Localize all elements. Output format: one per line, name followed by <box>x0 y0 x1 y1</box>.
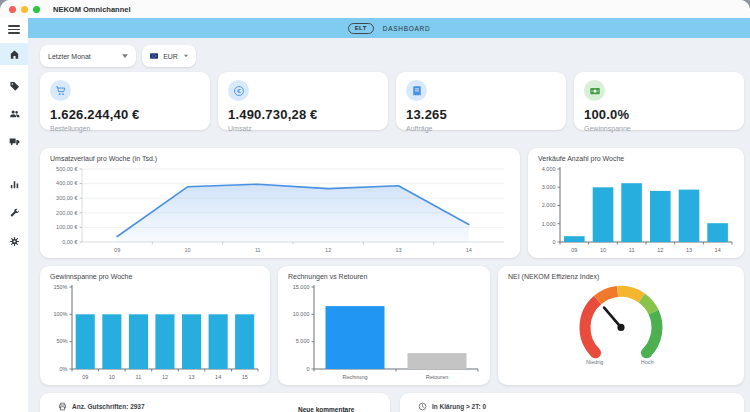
period-select[interactable]: Letzter Monat <box>40 45 136 67</box>
hamburger-menu-button[interactable] <box>8 25 20 36</box>
kpi-card-bestellungen: 1.626.244,40 € Bestellungen <box>40 72 210 130</box>
verkaeufe-bar-chart: 01.0002.0003.0004.000091011121314 <box>534 165 738 255</box>
period-select-value: Letzter Monat <box>48 53 116 60</box>
gear-icon <box>9 236 20 247</box>
kpi-label: Bestellungen <box>50 125 200 132</box>
kpi-value: 1.626.244,40 € <box>50 107 200 122</box>
svg-text:14: 14 <box>215 374 221 380</box>
svg-text:3.000: 3.000 <box>542 184 556 190</box>
invoice-icon <box>406 80 427 101</box>
svg-text:09: 09 <box>114 247 120 253</box>
neue-kommentare-label[interactable]: Neue kommentare <box>298 406 354 412</box>
klaerung-card: In Klärung > 2T: 0 <box>400 393 744 412</box>
svg-text:12: 12 <box>325 247 331 253</box>
svg-text:13: 13 <box>686 247 692 253</box>
svg-text:0%: 0% <box>60 366 68 372</box>
gutschriften-card: Anz. Gutschriften: 2937 Neue kommentare <box>40 393 390 412</box>
svg-text:400,00 €: 400,00 € <box>56 180 77 186</box>
svg-text:500,00 €: 500,00 € <box>56 166 77 172</box>
sidebar-item-reports[interactable] <box>0 173 28 195</box>
svg-text:13: 13 <box>395 247 401 253</box>
sidebar-item-tools[interactable] <box>0 202 28 224</box>
kpi-value: 100.0% <box>584 107 734 122</box>
wrench-icon <box>9 208 20 219</box>
svg-text:15: 15 <box>242 374 248 380</box>
sidebar <box>0 18 28 412</box>
klaerung-row: In Klärung > 2T: 0 <box>400 393 744 411</box>
svg-text:13: 13 <box>189 374 195 380</box>
shopping-cart-icon <box>50 80 71 101</box>
gewinnspanne-card: Gewinnspanne pro Woche 0%50%100%150%0910… <box>40 266 270 385</box>
sidebar-item-settings[interactable] <box>0 230 28 252</box>
svg-text:11: 11 <box>136 374 142 380</box>
minimize-window-button[interactable] <box>21 6 28 13</box>
rechnungen-retouren-bar-chart: 05.00010.00015.000RechnungRetouren <box>284 283 484 382</box>
kpi-label: Aufträge <box>406 125 556 132</box>
sidebar-item-tags[interactable] <box>0 75 28 97</box>
umsatzverlauf-card: Umsatzverlauf pro Woche (in Tsd.) 0,00 €… <box>40 148 520 258</box>
svg-text:150%: 150% <box>53 284 67 290</box>
dashboard-content: Letzter Monat EUR 1.626.244,40 € Bestell… <box>28 38 750 412</box>
dashboard-nav-label[interactable]: DASHBOARD <box>383 25 430 32</box>
kpi-value: 13.265 <box>406 107 556 122</box>
umsatzverlauf-line-chart: 0,00 €100,00 €200,00 €300,00 €400,00 €50… <box>46 165 514 255</box>
svg-text:10: 10 <box>600 247 606 253</box>
svg-text:Retouren: Retouren <box>426 374 449 380</box>
nei-gauge-chart: NiedrigHoch <box>504 280 738 383</box>
chart-title: NEI (NEKOM Effizienz Index) <box>508 273 599 280</box>
maximize-window-button[interactable] <box>33 6 40 13</box>
verkaeufe-card: Verkäufe Anzahl pro Woche 01.0002.0003.0… <box>528 148 744 258</box>
sidebar-item-shipping[interactable] <box>0 130 28 152</box>
close-window-button[interactable] <box>9 6 16 13</box>
svg-text:Niedrig: Niedrig <box>586 359 603 365</box>
sidebar-item-customers[interactable] <box>0 102 28 124</box>
elt-badge[interactable]: ELT <box>348 23 374 34</box>
svg-text:15.000: 15.000 <box>293 284 310 290</box>
svg-text:12: 12 <box>162 374 168 380</box>
printer-icon <box>58 402 67 411</box>
chart-title: Umsatzverlauf pro Woche (in Tsd.) <box>50 155 157 162</box>
gewinnspanne-bar-chart: 0%50%100%150%09101112131415 <box>46 283 264 382</box>
truck-icon <box>9 136 20 147</box>
home-icon <box>9 49 20 60</box>
klaerung-text: In Klärung > 2T: 0 <box>432 403 486 410</box>
kpi-label: Gewinnspanne <box>584 125 734 132</box>
chart-title: Verkäufe Anzahl pro Woche <box>538 155 624 162</box>
app-window: NEKOM Omnichannel ELT DASHBOARD <box>0 0 750 412</box>
svg-text:14: 14 <box>466 247 472 253</box>
sidebar-item-home[interactable] <box>0 43 28 65</box>
kpi-value: 1.490.730,28 € <box>228 107 378 122</box>
kpi-card-umsatz: € 1.490.730,28 € Umsatz <box>218 72 388 130</box>
svg-text:50%: 50% <box>56 338 67 344</box>
chevron-down-icon <box>184 54 188 58</box>
nei-gauge-card: NEI (NEKOM Effizienz Index) NiedrigHoch <box>498 266 744 385</box>
currency-select-value: EUR <box>163 53 178 60</box>
svg-text:12: 12 <box>657 247 663 253</box>
svg-text:300,00 €: 300,00 € <box>56 195 77 201</box>
kpi-card-gewinnspanne: 100.0% Gewinnspanne <box>574 72 744 130</box>
svg-text:Hoch: Hoch <box>641 359 654 365</box>
window-titlebar: NEKOM Omnichannel <box>0 0 750 18</box>
chevron-down-icon <box>122 54 128 58</box>
chart-title: Rechnungen vs Retouren <box>288 273 367 280</box>
gutschriften-text: Anz. Gutschriften: 2937 <box>72 403 145 410</box>
svg-text:09: 09 <box>82 374 88 380</box>
svg-text:0: 0 <box>306 366 309 372</box>
svg-text:10.000: 10.000 <box>293 311 310 317</box>
svg-text:4.000: 4.000 <box>542 166 556 172</box>
svg-text:14: 14 <box>715 247 721 253</box>
kpi-label: Umsatz <box>228 125 378 132</box>
svg-text:5.000: 5.000 <box>296 338 310 344</box>
tag-icon <box>9 81 20 92</box>
svg-text:2.000: 2.000 <box>542 202 556 208</box>
euro-icon: € <box>228 80 249 101</box>
eu-flag-icon <box>150 52 158 60</box>
chart-title: Gewinnspanne pro Woche <box>50 273 132 280</box>
window-title: NEKOM Omnichannel <box>53 5 131 14</box>
kpi-card-auftraege: 13.265 Aufträge <box>396 72 566 130</box>
svg-text:Rechnung: Rechnung <box>342 374 367 380</box>
traffic-lights <box>9 6 40 13</box>
money-note-icon <box>584 80 605 101</box>
clock-icon <box>418 402 427 411</box>
currency-select[interactable]: EUR <box>142 45 196 67</box>
